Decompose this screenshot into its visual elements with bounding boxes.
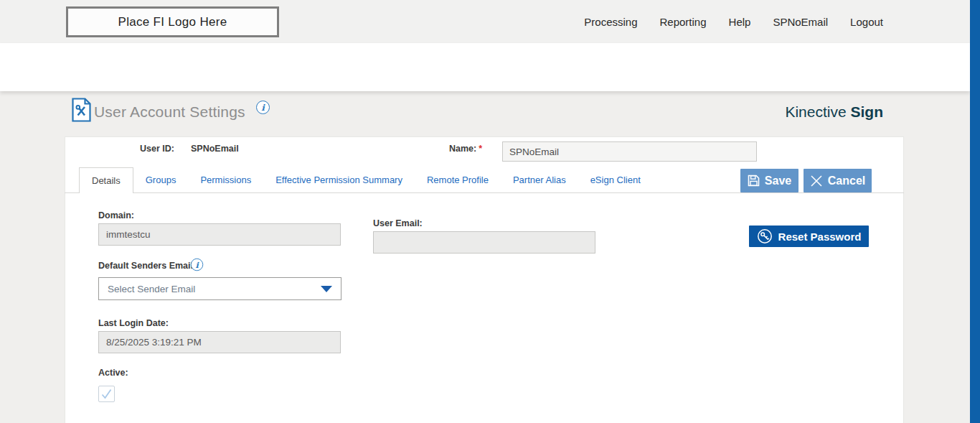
fi-logo-placeholder-label: Place FI Logo Here bbox=[118, 15, 227, 29]
check-mark-icon bbox=[100, 387, 113, 401]
nav-help[interactable]: Help bbox=[729, 16, 751, 28]
tab-remote-profile[interactable]: Remote Profile bbox=[415, 167, 501, 193]
top-bar: Place FI Logo Here Processing Reporting … bbox=[0, 0, 970, 43]
vertical-scrollbar[interactable] bbox=[970, 0, 980, 423]
name-label: Name:* bbox=[402, 144, 482, 154]
top-nav: Processing Reporting Help SPNoEmail Logo… bbox=[584, 0, 883, 43]
x-mark-icon bbox=[810, 175, 823, 187]
reset-password-label: Reset Password bbox=[778, 231, 862, 243]
user-email-input bbox=[373, 231, 595, 254]
page-header: User Account Settings Kinective Sign bbox=[0, 43, 970, 91]
brand-regular: Kinective bbox=[785, 103, 846, 120]
default-senders-email-info-icon[interactable] bbox=[191, 259, 203, 271]
required-asterisk: * bbox=[479, 144, 482, 154]
tab-esign-client[interactable]: eSign Client bbox=[578, 167, 653, 193]
cancel-button-label: Cancel bbox=[828, 175, 865, 187]
active-checkbox[interactable] bbox=[98, 386, 115, 402]
cancel-button[interactable]: Cancel bbox=[804, 169, 872, 192]
tab-effective-permission-summary[interactable]: Effective Permission Summary bbox=[263, 167, 415, 193]
last-login-date-label: Last Login Date: bbox=[98, 318, 169, 328]
user-id-label: User ID: bbox=[140, 144, 174, 154]
tab-details[interactable]: Details bbox=[79, 167, 133, 193]
tab-permissions[interactable]: Permissions bbox=[188, 167, 263, 193]
user-account-settings-icon bbox=[72, 98, 91, 122]
key-icon bbox=[757, 228, 773, 244]
user-email-label: User Email: bbox=[373, 218, 423, 228]
nav-reporting[interactable]: Reporting bbox=[660, 16, 707, 28]
reset-password-button[interactable]: Reset Password bbox=[749, 226, 869, 247]
default-senders-email-dropdown[interactable]: Select Sender Email bbox=[98, 277, 341, 300]
name-label-text: Name: bbox=[449, 144, 476, 154]
page-title: User Account Settings bbox=[94, 103, 245, 121]
tab-groups[interactable]: Groups bbox=[133, 167, 189, 193]
dropdown-selected-text: Select Sender Email bbox=[108, 284, 321, 294]
page: Place FI Logo Here Processing Reporting … bbox=[0, 0, 980, 423]
user-id-value: SPNoEmail bbox=[191, 144, 239, 154]
domain-input bbox=[98, 223, 341, 246]
tab-bar: Details Groups Permissions Effective Per… bbox=[79, 167, 653, 193]
tab-partner-alias[interactable]: Partner Alias bbox=[501, 167, 578, 193]
last-login-date-input bbox=[98, 331, 341, 353]
save-button[interactable]: Save bbox=[740, 169, 798, 192]
default-senders-email-label: Default Senders Email: bbox=[98, 261, 196, 271]
page-title-info-icon[interactable] bbox=[256, 101, 270, 114]
brand-bold: Sign bbox=[851, 103, 884, 120]
brand-logo: Kinective Sign bbox=[785, 103, 883, 121]
caret-down-icon bbox=[321, 286, 332, 292]
nav-processing[interactable]: Processing bbox=[584, 16, 637, 28]
nav-user-menu[interactable]: SPNoEmail bbox=[773, 16, 828, 28]
floppy-disk-icon bbox=[748, 175, 760, 187]
nav-logout[interactable]: Logout bbox=[850, 16, 883, 28]
fi-logo-placeholder[interactable]: Place FI Logo Here bbox=[66, 6, 279, 37]
save-button-label: Save bbox=[765, 175, 791, 187]
active-label: Active: bbox=[98, 368, 128, 378]
domain-label: Domain: bbox=[98, 210, 134, 220]
name-input[interactable] bbox=[502, 141, 757, 162]
